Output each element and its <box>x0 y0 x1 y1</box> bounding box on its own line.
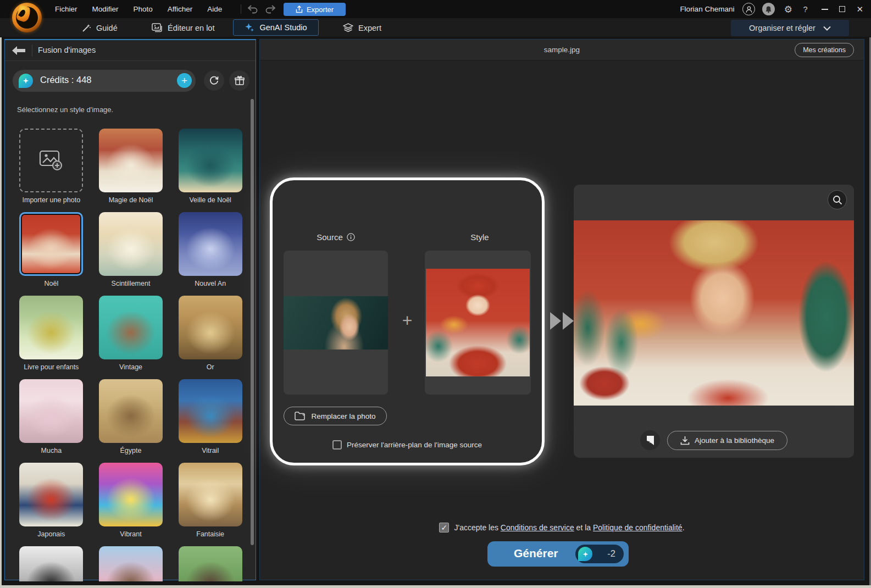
style-label: Mucha <box>41 447 62 454</box>
tab-guided[interactable]: Guidé <box>81 18 118 37</box>
preserve-background-row: Préserver l'arrière-plan de l'image sour… <box>273 440 542 450</box>
style-item[interactable]: Japonais <box>15 463 87 538</box>
titlebar-right: Florian Chemani ⚙ ? ✕ <box>680 0 863 18</box>
add-to-library-button[interactable]: Ajouter à la bibliothèque <box>667 431 787 450</box>
style-label: Égypte <box>120 447 142 454</box>
style-thumbnail[interactable] <box>179 212 242 276</box>
menubar: Fichier Modifier Photo Afficher Aide <box>55 0 222 18</box>
style-item[interactable]: Vitrail <box>174 379 247 454</box>
style-thumbnail[interactable] <box>19 296 83 359</box>
gift-button[interactable] <box>229 70 249 91</box>
style-item[interactable]: Nouvel An <box>174 212 247 287</box>
style-grid: Importer une photo Magie de Noël Veille … <box>12 90 250 581</box>
style-item[interactable]: Livre pour enfants <box>15 296 87 371</box>
terms-of-service-link[interactable]: Conditions de service <box>501 523 574 532</box>
style-thumbnail[interactable] <box>99 296 163 359</box>
source-image-box[interactable] <box>284 251 388 395</box>
feedback-button[interactable] <box>640 430 660 450</box>
style-image-box[interactable] <box>425 251 531 395</box>
style-item[interactable] <box>95 546 167 581</box>
style-item[interactable]: Fantaisie <box>174 463 247 538</box>
style-thumbnail[interactable] <box>179 546 242 581</box>
notifications-bell-icon[interactable] <box>762 3 775 15</box>
menu-afficher[interactable]: Afficher <box>168 5 193 13</box>
agreement-checkbox[interactable]: ✓ <box>439 523 449 532</box>
refresh-button[interactable] <box>204 70 224 91</box>
style-item[interactable]: Veille de Noël <box>174 129 247 204</box>
style-thumbnail[interactable] <box>99 129 163 192</box>
maximize-button[interactable] <box>839 6 845 12</box>
style-label-row: Style <box>425 232 534 242</box>
style-thumbnail[interactable] <box>179 463 242 526</box>
style-item[interactable]: Vibrant <box>95 463 167 538</box>
style-thumbnail[interactable] <box>179 379 242 443</box>
help-icon[interactable]: ? <box>801 5 809 14</box>
style-item[interactable]: Égypte <box>95 379 167 454</box>
tab-batch-editor-label: Éditeur en lot <box>168 24 214 32</box>
style-thumbnail[interactable] <box>19 379 83 443</box>
style-thumbnail[interactable] <box>99 463 163 526</box>
style-item[interactable]: Vintage <box>95 296 167 371</box>
style-item[interactable] <box>15 546 87 581</box>
info-icon[interactable] <box>347 233 355 241</box>
tab-genai-studio[interactable]: GenAI Studio <box>233 19 319 36</box>
replace-photo-button[interactable]: Remplacer la photo <box>284 407 387 425</box>
style-label: Livre pour enfants <box>24 363 79 371</box>
style-item[interactable]: Or <box>174 296 247 371</box>
style-item[interactable]: Scintillement <box>95 212 167 287</box>
privacy-policy-link[interactable]: Politique de confidentialité <box>593 523 683 532</box>
style-label: Importer une photo <box>23 196 81 204</box>
tab-batch-editor[interactable]: Éditeur en lot <box>152 18 214 37</box>
app-window: Fichier Modifier Photo Afficher Aide Exp… <box>0 0 871 588</box>
add-to-library-label: Ajouter à la bibliothèque <box>695 436 774 445</box>
my-creations-button[interactable]: Mes créations <box>795 43 854 57</box>
redo-button[interactable] <box>264 4 277 14</box>
undo-icon <box>247 5 258 14</box>
back-arrow-icon <box>12 46 25 55</box>
close-button[interactable]: ✕ <box>856 5 863 13</box>
style-thumbnail[interactable] <box>99 546 163 581</box>
style-item[interactable]: Mucha <box>15 379 87 454</box>
export-button[interactable]: Exporter <box>284 3 346 16</box>
export-label: Exporter <box>307 5 334 14</box>
style-thumbnail[interactable] <box>179 296 242 359</box>
my-creations-label: Mes créations <box>803 46 846 54</box>
undo-button[interactable] <box>246 4 259 14</box>
preserve-background-label: Préserver l'arrière-plan de l'image sour… <box>347 441 482 449</box>
settings-gear-icon[interactable]: ⚙ <box>782 4 794 15</box>
style-item[interactable]: Noël <box>15 212 87 287</box>
tab-expert[interactable]: Expert <box>343 18 381 37</box>
menu-modifier[interactable]: Modifier <box>92 5 119 13</box>
style-item[interactable] <box>174 546 247 581</box>
window-edge-left <box>0 37 2 585</box>
style-photo <box>426 269 530 376</box>
style-thumbnail[interactable] <box>19 129 83 192</box>
main-header: sample.jpg Mes créations <box>260 40 864 60</box>
style-label: Noël <box>44 280 58 287</box>
menu-aide[interactable]: Aide <box>207 5 222 13</box>
style-thumbnail[interactable] <box>179 129 242 192</box>
style-thumbnail[interactable] <box>19 212 83 276</box>
style-item[interactable]: Magie de Noël <box>95 129 167 204</box>
zoom-button[interactable] <box>828 190 847 209</box>
style-item[interactable]: Importer une photo <box>15 129 87 204</box>
minimize-button[interactable] <box>822 9 828 10</box>
style-thumbnail[interactable] <box>19 546 83 581</box>
back-button[interactable] <box>12 45 26 56</box>
organize-adjust-dropdown[interactable]: Organiser et régler <box>731 20 849 36</box>
menu-photo[interactable]: Photo <box>134 5 153 13</box>
style-thumbnail[interactable] <box>99 212 163 276</box>
forward-arrows-icon <box>550 312 574 330</box>
credits-drop-icon <box>578 547 592 561</box>
preserve-background-checkbox[interactable] <box>332 440 342 450</box>
generate-button[interactable]: Générer -2 <box>487 541 629 567</box>
add-credits-button[interactable]: + <box>177 73 192 88</box>
style-thumbnail[interactable] <box>99 379 163 443</box>
style-thumbnail[interactable] <box>19 463 83 526</box>
style-label: Veille de Noël <box>189 196 231 204</box>
user-avatar-icon[interactable] <box>742 3 755 15</box>
credit-cost-badge: -2 <box>575 545 624 563</box>
sidebar-scrollbar[interactable] <box>251 99 254 545</box>
app-logo[interactable] <box>12 3 42 32</box>
menu-fichier[interactable]: Fichier <box>55 5 77 13</box>
